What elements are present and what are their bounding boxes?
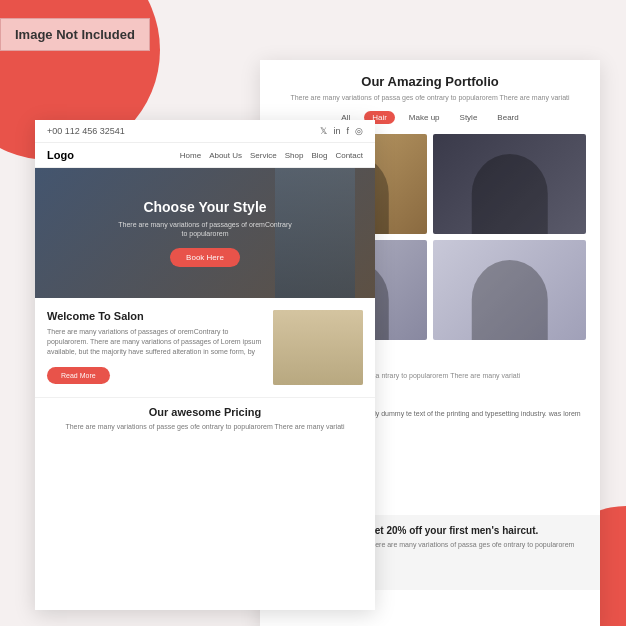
nav-home[interactable]: Home [180, 151, 201, 160]
person-silhouette-4 [471, 260, 548, 340]
topbar: +00 112 456 32541 𝕏 in f ◎ [35, 120, 375, 143]
salon-image-inner [273, 310, 363, 385]
book-here-button[interactable]: Book Here [170, 248, 240, 267]
phone-number: +00 112 456 32541 [47, 126, 125, 136]
pricing-section: Our awesome Pricing There are many varia… [35, 397, 375, 439]
instagram-icon[interactable]: ◎ [355, 126, 363, 136]
social-icons: 𝕏 in f ◎ [320, 126, 363, 136]
welcome-section: Welcome To Salon There are many variatio… [35, 298, 375, 397]
portfolio-image-2 [433, 134, 586, 234]
promo-title: Get 20% off your first men's haircut. [367, 525, 574, 536]
portfolio-image-4 [433, 240, 586, 340]
nav-links: Home About Us Service Shop Blog Contact [180, 151, 363, 160]
pricing-description: There are many variations of passe ges o… [47, 422, 363, 431]
filter-makeup[interactable]: Make up [403, 111, 446, 124]
hero-title: Choose Your Style [115, 199, 295, 215]
welcome-body: There are many variations of passages of… [47, 327, 263, 356]
promo-body: There are many variations of passa ges o… [367, 540, 574, 549]
portfolio-description: There are many variations of passa ges o… [274, 93, 586, 103]
nav-blog[interactable]: Blog [311, 151, 327, 160]
person-silhouette-2 [471, 154, 548, 234]
nav-about[interactable]: About Us [209, 151, 242, 160]
badge-label: Image Not Included [15, 27, 135, 42]
welcome-text-block: Welcome To Salon There are many variatio… [47, 310, 263, 384]
read-more-button[interactable]: Read More [47, 367, 110, 384]
salon-image [273, 310, 363, 385]
navigation: Logo Home About Us Service Shop Blog Con… [35, 143, 375, 168]
pricing-title: Our awesome Pricing [47, 406, 363, 418]
facebook-icon[interactable]: f [346, 126, 349, 136]
hero-section: Choose Your Style There are many variati… [35, 168, 375, 298]
twitter-icon[interactable]: 𝕏 [320, 126, 327, 136]
hero-content: Choose Your Style There are many variati… [115, 199, 295, 267]
hero-description: There are many variations of passages of… [115, 220, 295, 238]
website-mockup-card: +00 112 456 32541 𝕏 in f ◎ Logo Home Abo… [35, 120, 375, 610]
image-not-included-badge: Image Not Included [0, 18, 150, 51]
nav-shop[interactable]: Shop [285, 151, 304, 160]
filter-style[interactable]: Style [454, 111, 484, 124]
nav-service[interactable]: Service [250, 151, 277, 160]
welcome-title: Welcome To Salon [47, 310, 263, 322]
filter-beard[interactable]: Beard [491, 111, 524, 124]
linkedin-icon[interactable]: in [333, 126, 340, 136]
promo-text-block: Get 20% off your first men's haircut. Th… [367, 525, 574, 549]
site-logo: Logo [47, 149, 74, 161]
portfolio-title: Our Amazing Portfolio [274, 74, 586, 89]
nav-contact[interactable]: Contact [335, 151, 363, 160]
